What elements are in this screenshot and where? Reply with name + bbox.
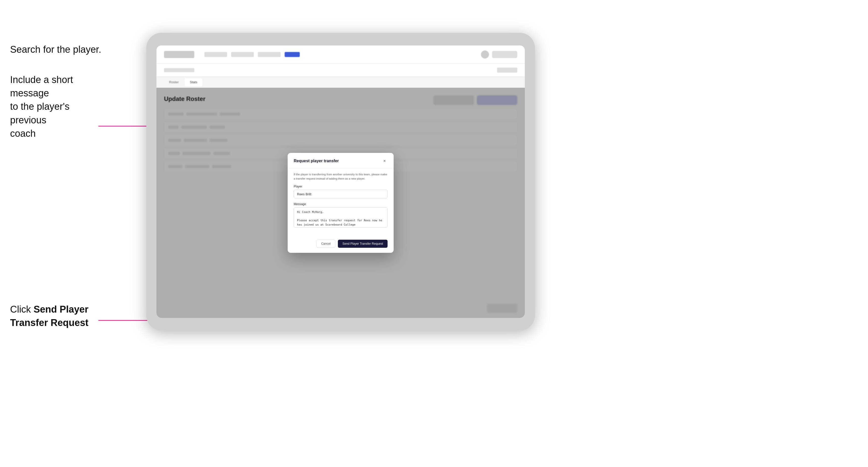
tab-bar: Roster Stats xyxy=(156,77,525,88)
sub-header xyxy=(156,64,525,77)
annotation-search: Search for the player. xyxy=(10,43,101,56)
player-input[interactable] xyxy=(294,190,388,198)
tablet: Roster Stats Update Roster xyxy=(146,33,535,331)
header-button xyxy=(492,51,517,58)
annotation-message: Include a short messageto the player's p… xyxy=(10,73,101,140)
tablet-screen: Roster Stats Update Roster xyxy=(156,45,525,318)
app-header xyxy=(156,45,525,64)
nav-item-1 xyxy=(205,52,227,57)
message-field-group: Message Hi Coach McHarg, Please accept t… xyxy=(294,203,388,228)
annotation-click: Click Send Player Transfer Request xyxy=(10,303,101,330)
message-label: Message xyxy=(294,203,388,206)
nav-item-active xyxy=(285,52,300,57)
modal-description: If the player is transferring from anoth… xyxy=(294,172,388,181)
modal-title: Request player transfer xyxy=(294,159,339,163)
nav-item-3 xyxy=(258,52,281,57)
header-right xyxy=(481,51,517,59)
modal-footer: Cancel Send Player Transfer Request xyxy=(288,237,394,253)
modal-overlay: Request player transfer × If the player … xyxy=(156,88,525,318)
user-avatar xyxy=(481,51,489,59)
breadcrumb xyxy=(164,68,194,72)
message-textarea[interactable]: Hi Coach McHarg, Please accept this tran… xyxy=(294,208,388,227)
modal-body: If the player is transferring from anoth… xyxy=(288,168,394,237)
send-transfer-request-button[interactable]: Send Player Transfer Request xyxy=(338,240,388,248)
app-logo xyxy=(164,51,194,58)
main-content: Update Roster xyxy=(156,88,525,318)
app-nav xyxy=(205,52,300,57)
tab-item-1: Roster xyxy=(164,78,184,86)
player-field-group: Player xyxy=(294,185,388,198)
cancel-button[interactable]: Cancel xyxy=(316,240,335,248)
modal-header: Request player transfer × xyxy=(288,153,394,168)
tab-item-2: Stats xyxy=(185,78,203,86)
modal-dialog: Request player transfer × If the player … xyxy=(288,153,394,253)
sub-header-right xyxy=(497,68,517,73)
modal-close-button[interactable]: × xyxy=(381,158,388,164)
nav-item-2 xyxy=(231,52,254,57)
player-label: Player xyxy=(294,185,388,188)
